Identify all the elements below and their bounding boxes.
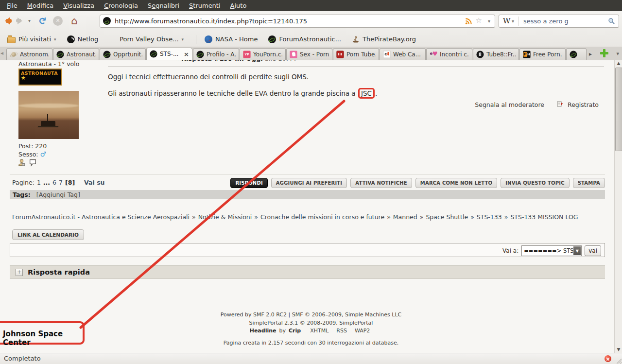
bookmark-star-icon[interactable]: ☆ [476, 16, 482, 25]
breadcrumb-item: »Notizie & Missioni [190, 213, 252, 221]
send-message-icon[interactable] [29, 158, 37, 169]
rss-feed-icon[interactable] [465, 17, 472, 25]
jump-go-button[interactable]: vai [585, 245, 601, 256]
page-link[interactable]: ... [43, 179, 50, 186]
tab-list-dropdown-icon[interactable]: ▾ [616, 51, 619, 57]
tab-favicon-icon [570, 51, 577, 58]
breadcrumb: ForumAstronautico.it - Astronautica e Sc… [12, 213, 578, 221]
tab-favicon-icon [10, 51, 17, 58]
footer-link[interactable]: WAP2 [355, 328, 370, 334]
footer-link[interactable]: XHTML [310, 328, 328, 334]
extension-status-icon[interactable] [605, 355, 611, 362]
footer-link[interactable]: Headline [250, 328, 276, 334]
menu-item[interactable]: Aiuto [225, 0, 252, 11]
menu-item[interactable]: File [2, 0, 22, 11]
breadcrumb-item: ForumAstronautico.it - Astronautica e Sc… [12, 213, 190, 221]
action-button[interactable]: MARCA COME NON LETTO [415, 178, 497, 188]
topic-action-buttons: RISPONDIAGGIUNGI AI PREFERITIATTIVA NOTI… [230, 178, 605, 188]
action-button[interactable]: ATTIVA NOTIFICHE [350, 178, 412, 188]
tab[interactable] [566, 48, 587, 60]
tab-scroll-left-icon[interactable]: ◂ [0, 50, 3, 56]
action-button[interactable]: RISPONDI [230, 178, 267, 188]
menu-item[interactable]: Cronologia [99, 0, 143, 11]
scrollbar-thumb[interactable] [615, 68, 622, 151]
scroll-up-icon[interactable]: ▲ [615, 60, 622, 67]
stop-button[interactable]: ✕ [51, 14, 65, 28]
action-button[interactable]: INVIA QUESTO TOPIC [501, 178, 570, 188]
forward-arrow-icon [15, 17, 26, 24]
user-sex: Sesso: ♂ [18, 150, 46, 158]
calendar-link-button[interactable]: LINK AL CALENDARIO [12, 229, 84, 240]
tab[interactable]: Astronom... [6, 48, 52, 60]
tab[interactable]: Astronaut... [53, 48, 99, 60]
bookmark-item[interactable]: Più visitati ▾ [4, 34, 60, 45]
footer-link[interactable]: by [279, 328, 286, 334]
badge-star-icon: ★ [19, 76, 61, 81]
tab-close-icon[interactable]: × [184, 51, 189, 57]
bookmark-item[interactable]: Netlog [64, 34, 102, 45]
tab[interactable]: YouPorn.c... [240, 48, 286, 60]
quick-reply-header[interactable]: Risposta rapida [10, 265, 605, 279]
back-button[interactable] [0, 14, 14, 28]
action-button[interactable]: AGGIUNGI AI PREFERITI [271, 178, 347, 188]
tab[interactable]: Web Ca... [380, 48, 426, 60]
page-link[interactable]: [8] [65, 179, 75, 186]
search-bar[interactable]: W ▾ sesso a zero g [499, 15, 619, 28]
search-divider [518, 17, 519, 26]
url-bar[interactable]: http://www.forumastronautico.it/index.ph… [100, 15, 495, 28]
tab[interactable]: Tube8::Fr... [473, 48, 519, 60]
toolbar-area: ▾ ↻ ✕ ⌂ http://www.forumastronautico.it/… [0, 11, 622, 47]
expand-plus-icon[interactable] [16, 269, 23, 276]
new-tab-button[interactable] [600, 49, 608, 57]
tab[interactable]: Porn Tube... [333, 48, 379, 60]
breadcrumb-item: »Manned [384, 213, 417, 221]
menu-item[interactable]: Strumenti [184, 0, 225, 11]
page-link[interactable]: 1 [37, 179, 41, 186]
home-button[interactable]: ⌂ [68, 14, 81, 28]
vertical-scrollbar[interactable]: ▲ ▼ [614, 60, 622, 353]
resize-grip[interactable] [616, 358, 622, 364]
bookmark-item[interactable]: Porn Valley Obse... ▾ [105, 34, 187, 45]
footer-link[interactable]: Crip [289, 328, 301, 334]
forward-button[interactable] [14, 14, 27, 28]
footer-link[interactable]: RSS [336, 328, 347, 334]
bookmarks-toolbar: Più visitati ▾ Netlog Porn Valley Obse..… [0, 32, 622, 47]
search-magnifier-icon[interactable] [608, 17, 615, 25]
board-select[interactable]: =======> STS-133 ▼ [521, 245, 582, 256]
reload-button[interactable]: ↻ [35, 14, 49, 28]
page-link[interactable]: Pagine: [12, 179, 35, 186]
search-engine-dropdown-icon[interactable]: ▾ [512, 18, 514, 24]
page-link[interactable]: 7 [59, 179, 63, 186]
tab[interactable]: Sex - Porn... [286, 48, 332, 60]
add-tag-link[interactable]: [Aggiungi Tag] [36, 191, 80, 198]
report-to-moderator-link[interactable]: Segnala al moderatore [475, 101, 544, 108]
tab-label: Free Porn... [533, 51, 562, 58]
view-profile-icon[interactable] [17, 158, 26, 169]
bookmark-item[interactable]: ForumAstronautic... [265, 34, 345, 45]
tab[interactable]: STS-... × [146, 48, 192, 60]
bookmark-item[interactable]: ThePirateBay.org [348, 34, 419, 45]
page-link[interactable]: Vai su [84, 179, 104, 186]
tab-favicon-icon [523, 51, 530, 58]
menu-item[interactable]: Segnalibri [143, 0, 184, 11]
tab[interactable]: Free Porn... [519, 48, 566, 60]
scroll-down-icon[interactable]: ▼ [615, 346, 622, 353]
tab[interactable]: Profilo - A... [193, 48, 239, 60]
tab-favicon-icon [243, 51, 250, 58]
history-dropdown-icon[interactable]: ▾ [28, 18, 31, 23]
url-dropdown-icon[interactable]: ▾ [488, 18, 490, 24]
action-button[interactable]: STAMPA [573, 178, 605, 188]
tab[interactable]: Opprtunit... [100, 48, 146, 60]
url-input[interactable]: http://www.forumastronautico.it/index.ph… [115, 15, 307, 27]
tab-scroll-right-icon[interactable]: ▸ [589, 51, 592, 57]
bookmark-item[interactable] [196, 35, 196, 44]
breadcrumb-item: »Space Shuttle [417, 213, 468, 221]
menu-item[interactable]: Visualizza [58, 0, 99, 11]
bookmark-item[interactable]: NASA - Home [201, 34, 261, 45]
search-input[interactable]: sesso a zero g [523, 15, 569, 27]
menu-item[interactable]: Modifica [22, 0, 58, 11]
back-arrow-icon [1, 17, 13, 25]
jump-to-bar: Vai a: =======> STS-133 ▼ vai [10, 243, 605, 257]
page-link[interactable]: 6 [52, 179, 56, 186]
tab[interactable]: Incontri c... [426, 48, 472, 60]
